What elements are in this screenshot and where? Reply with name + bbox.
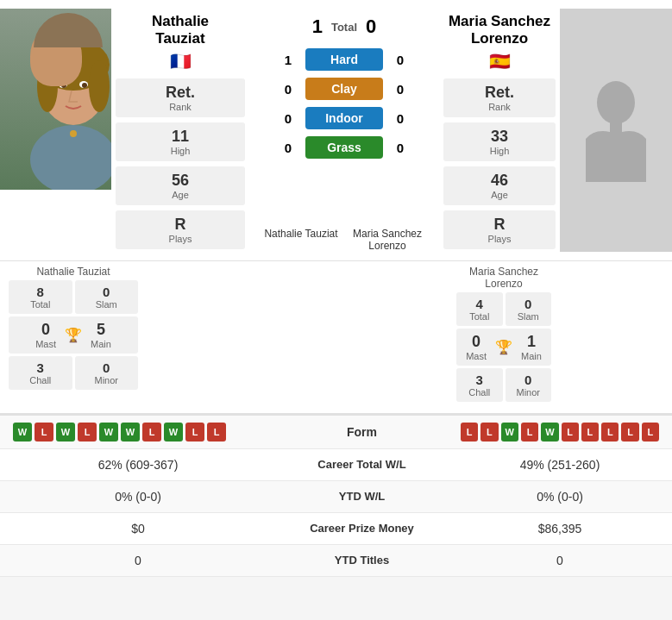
stat-row-3: 0YTD Titles0 — [0, 545, 672, 577]
form-badge-l: L — [142, 423, 161, 442]
player1-total-lbl: Total — [12, 299, 69, 310]
player2-slam-val: 0 — [509, 297, 549, 311]
player1-high-block: 11 High — [116, 122, 245, 161]
player1-mast-main-cell: 0 Mast 🏆 5 Main — [9, 316, 138, 354]
top-section: Nathalie Tauziat 🇫🇷 Ret. Rank 11 High 56… — [0, 0, 672, 261]
player2-minor-lbl: Minor — [509, 387, 549, 398]
form-badge-l: L — [35, 423, 53, 442]
form-row: WLWLWWLWLL Form LLWLWLLLLL — [0, 416, 672, 449]
player1-stats-grid: 8 Total 0 Slam — [9, 280, 138, 314]
stats-rows: 62% (609-367)Career Total W/L49% (251-26… — [0, 449, 672, 577]
player2-main-val: 1 — [521, 333, 542, 351]
clay-badge: Clay — [305, 78, 383, 100]
form-badge-w: W — [541, 423, 558, 442]
hard-score1: 1 — [279, 53, 297, 67]
player2-trophy-icon: 🏆 — [495, 339, 512, 355]
player2-total-val: 4 — [460, 297, 499, 311]
stat-center-label-0: Career Total W/L — [263, 458, 461, 471]
player2-high-block: 33 High — [443, 122, 556, 161]
player2-total-lbl: Total — [460, 311, 499, 322]
player2-stats-grid: 4 Total 0 Slam — [456, 292, 551, 326]
middle-section: 1 Total 0 1 Hard 0 0 Clay 0 0 Indoor 0 — [249, 9, 439, 252]
player1-main-lbl: Main — [91, 339, 111, 349]
stat-right-2: $86,395 — [461, 522, 659, 535]
player2-plays-label: Plays — [488, 234, 512, 244]
hard-row: 1 Hard 0 — [254, 48, 435, 71]
stat-center-label-2: Career Prize Money — [263, 522, 461, 535]
player1-minor-val: 0 — [79, 360, 135, 375]
stat-left-2: $0 — [13, 522, 263, 535]
stat-row-1: 0% (0-0)YTD W/L0% (0-0) — [0, 481, 672, 513]
player1-photo — [0, 9, 111, 190]
player2-name: Maria Sanchez Lorenzo — [439, 13, 560, 48]
player1-flag: 🇫🇷 — [111, 51, 249, 72]
svg-point-6 — [89, 60, 110, 112]
player-stats-row: Nathalie Tauziat 8 Total 0 Slam 0 Mast 🏆 — [0, 261, 672, 414]
player2-chall-val: 3 — [460, 373, 499, 387]
form-badge-l: L — [207, 423, 226, 442]
indoor-score1: 0 — [279, 111, 297, 126]
player1-rank-block: Ret. Rank — [116, 78, 245, 117]
clay-score2: 0 — [392, 82, 409, 97]
player1-high-label: High — [171, 146, 191, 156]
player2-chall-cell: 3 Chall — [456, 368, 503, 402]
clay-row: 0 Clay 0 — [254, 78, 435, 100]
bottom-section: WLWLWWLWLL Form LLWLWLLLLL 62% (609-367)… — [0, 414, 672, 577]
player2-minor-cell: 0 Minor — [506, 368, 552, 402]
player2-flag: 🇪🇸 — [439, 51, 560, 72]
stat-left-0: 62% (609-367) — [13, 458, 263, 472]
stat-row-2: $0Career Prize Money$86,395 — [0, 513, 672, 545]
player1-chall-val: 3 — [12, 360, 69, 375]
player1-minor-lbl: Minor — [79, 375, 135, 385]
player2-name-below: Maria Sanchez Lorenzo — [452, 266, 556, 290]
player1-slam-cell: 0 Slam — [75, 280, 139, 314]
player2-age-block: 46 Age — [443, 166, 556, 205]
player1-mast-lbl: Mast — [35, 339, 56, 349]
grass-score2: 0 — [392, 141, 409, 155]
form-badge-w: W — [121, 423, 140, 442]
player1-total-val: 8 — [12, 285, 69, 299]
form-badge-l: L — [480, 423, 498, 442]
main-container: Nathalie Tauziat 🇫🇷 Ret. Rank 11 High 56… — [0, 0, 672, 577]
player2-mast-main-cell: 0 Mast 🏆 1 Main — [456, 329, 551, 366]
player1-plays-label: Plays — [169, 234, 192, 244]
player1-age-label: Age — [172, 190, 189, 200]
player2-rank-label: Rank — [488, 102, 511, 112]
form-badge-l: L — [601, 423, 619, 442]
form-badge-l: L — [581, 423, 599, 442]
player1-below-name: Nathalie Tauziat — [258, 228, 344, 252]
score-header: 1 Total 0 — [254, 9, 435, 45]
total-label: Total — [331, 21, 357, 34]
score1: 1 — [312, 16, 323, 38]
player2-total-cell: 4 Total — [456, 292, 503, 326]
player1-main-val: 5 — [91, 321, 111, 339]
player2-below-name: Maria Sanchez Lorenzo — [344, 228, 430, 252]
player2-high-value: 33 — [491, 128, 508, 146]
clay-score1: 0 — [279, 82, 297, 97]
stat-right-3: 0 — [461, 554, 659, 567]
stat-center-label-1: YTD W/L — [263, 490, 461, 503]
player2-age-value: 46 — [491, 172, 508, 190]
form-badge-w: W — [501, 423, 518, 442]
player1-form-badges: WLWLWWLWLL — [13, 423, 263, 442]
player1-total-cell: 8 Total — [9, 280, 72, 314]
svg-point-5 — [37, 60, 58, 112]
hard-badge: Hard — [305, 48, 383, 71]
player2-slam-lbl: Slam — [509, 311, 549, 322]
form-badge-w: W — [164, 423, 183, 442]
stat-center-label-3: YTD Titles — [263, 554, 461, 567]
svg-point-11 — [70, 130, 77, 137]
hard-score2: 0 — [392, 53, 409, 67]
player2-main-lbl: Main — [521, 351, 542, 361]
stat-left-3: 0 — [13, 554, 263, 567]
right-spacer — [560, 261, 672, 413]
indoor-row: 0 Indoor 0 — [254, 107, 435, 129]
player2-mast-val: 0 — [466, 333, 487, 351]
player1-chall-grid: 3 Chall 0 Minor — [9, 356, 138, 390]
player1-age-value: 56 — [172, 172, 189, 190]
player2-form-badges: LLWLWLLLLL — [461, 423, 659, 442]
player1-plays-value: R — [175, 216, 186, 234]
form-badge-l: L — [78, 423, 97, 442]
player1-trophy-icon: 🏆 — [65, 327, 82, 343]
svg-point-9 — [61, 83, 66, 88]
